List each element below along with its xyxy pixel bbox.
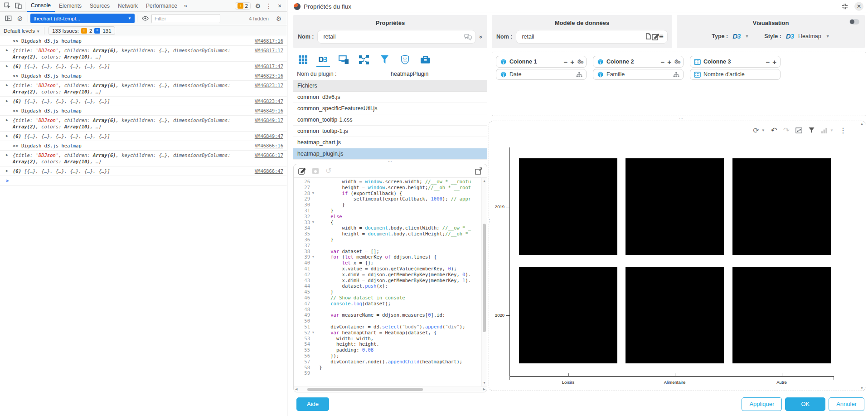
more-tabs-icon[interactable]: » xyxy=(181,2,190,9)
expand-triangle-icon[interactable]: ▶ xyxy=(6,168,8,174)
console-filter-input[interactable] xyxy=(151,14,220,23)
heatmap-cell-2020-Alimentaire[interactable] xyxy=(626,267,724,363)
expand-triangle-icon[interactable]: ▶ xyxy=(6,133,8,139)
expand-triangle-icon[interactable]: ▶ xyxy=(6,98,8,104)
close-window-icon[interactable]: ✕ xyxy=(854,2,863,11)
console-source-link[interactable]: VM46823:17 xyxy=(255,82,283,88)
copy-model-icon[interactable] xyxy=(645,33,652,40)
devtools-settings-icon[interactable]: ⚙ xyxy=(252,1,263,11)
inspect-element-icon[interactable] xyxy=(2,1,13,11)
tab-interactions-icon[interactable] xyxy=(357,54,371,67)
open-in-window-icon[interactable] xyxy=(475,167,482,175)
console-source-link[interactable]: VM46817:16 xyxy=(255,38,283,44)
heatmap-cell-2020-Autre[interactable] xyxy=(732,267,831,363)
console-source-link[interactable]: VM46817:47 xyxy=(255,63,283,69)
column-header[interactable]: Colonne 2−+⚙⚙ xyxy=(593,56,684,68)
console-source-link[interactable]: VM46866:17 xyxy=(255,152,283,158)
column-header[interactable]: Colonne 3−+ xyxy=(690,56,781,68)
model-name-input[interactable]: retail ≡ xyxy=(516,30,668,44)
console-source-link[interactable]: VM46849:17 xyxy=(255,117,283,123)
issues-badge[interactable]: ! 2 xyxy=(235,2,251,10)
javascript-context-selector[interactable]: thechart (d3-templ... ▼ xyxy=(30,14,135,23)
tab-css-icon[interactable]: {}css xyxy=(398,54,412,67)
console-source-link[interactable]: VM46849:16 xyxy=(255,108,283,114)
expand-triangle-icon[interactable]: ▶ xyxy=(6,63,8,69)
add-column-button[interactable]: + xyxy=(772,59,776,65)
expand-triangle-icon[interactable]: ▶ xyxy=(6,117,8,123)
devtools-tab-console[interactable]: Console xyxy=(27,0,55,12)
log-levels-dropdown[interactable]: Default levels ▼ xyxy=(4,28,40,34)
tab-display-icon[interactable] xyxy=(337,54,350,67)
console-source-link[interactable]: VM46849:47 xyxy=(255,133,283,139)
hierarchy-icon[interactable] xyxy=(673,72,679,78)
remove-column-button[interactable]: − xyxy=(661,59,665,65)
file-item[interactable]: heatmap_chart.js xyxy=(293,137,487,148)
visualisation-toggle[interactable] xyxy=(849,19,859,24)
expand-triangle-icon[interactable]: ▶ xyxy=(6,82,8,88)
file-item[interactable]: common_specificFeaturesUtil.js xyxy=(293,103,487,114)
flow-name-input[interactable]: retail xyxy=(317,30,475,44)
file-item[interactable]: common_d3v6.js xyxy=(293,92,487,103)
edit-model-icon[interactable] xyxy=(652,33,659,40)
devtools-tab-sources[interactable]: Sources xyxy=(86,0,114,12)
model-menu-icon[interactable]: ≡ xyxy=(659,32,664,41)
console-source-link[interactable]: VM46866:47 xyxy=(255,168,283,174)
add-column-button[interactable]: + xyxy=(667,59,671,65)
heatmap-cell-2019-Autre[interactable] xyxy=(732,158,831,255)
column-field[interactable]: Famille xyxy=(593,69,684,80)
clear-console-icon[interactable]: ⊘ xyxy=(15,14,25,24)
console-source-link[interactable]: VM46866:16 xyxy=(255,142,283,149)
help-button[interactable]: Aide xyxy=(296,397,329,411)
file-item[interactable]: common_tooltip-1.js xyxy=(293,126,487,137)
translate-icon[interactable] xyxy=(464,34,472,40)
heatmap-cell-2019-Alimentaire[interactable] xyxy=(626,158,724,255)
console-source-link[interactable]: VM46823:47 xyxy=(255,98,283,104)
tab-toolbox-icon[interactable] xyxy=(418,54,432,67)
ok-button[interactable]: OK xyxy=(785,397,825,411)
add-column-button[interactable]: + xyxy=(570,59,574,65)
column-field[interactable]: Nombre d'article xyxy=(690,69,781,80)
remove-column-button[interactable]: − xyxy=(564,59,568,65)
console-prompt[interactable]: > xyxy=(0,176,287,186)
device-toolbar-icon[interactable] xyxy=(13,1,24,11)
collapse-window-icon[interactable] xyxy=(842,3,848,10)
editor-horizontal-scrollbar[interactable]: ◀ ▶ xyxy=(294,387,487,392)
editor-source[interactable]: width = window.screen.width; //__ow * __… xyxy=(312,178,481,387)
edit-code-icon[interactable] xyxy=(298,167,305,175)
console-settings-icon[interactable]: ⚙ xyxy=(273,14,284,24)
file-item[interactable]: common_tooltip-1.css xyxy=(293,114,487,126)
hierarchy-icon[interactable] xyxy=(576,72,582,78)
d3-type-icon[interactable]: D3 xyxy=(732,32,740,40)
apply-button[interactable]: Appliquer xyxy=(742,397,782,411)
devtools-menu-icon[interactable]: ⋮ xyxy=(263,1,274,11)
devtools-tab-elements[interactable]: Elements xyxy=(55,0,86,12)
heatmap-cell-2020-Loisirs[interactable] xyxy=(519,267,617,363)
resize-handle[interactable]: ⋯ xyxy=(293,160,487,164)
eye-icon[interactable] xyxy=(140,14,150,24)
expand-triangle-icon[interactable]: ▶ xyxy=(6,152,8,158)
devtools-tab-network[interactable]: Network xyxy=(114,0,142,12)
preview-scrollbar[interactable]: ▲▼ xyxy=(860,122,864,390)
expand-triangle-icon[interactable]: ▶ xyxy=(6,47,8,54)
expand-more-icon[interactable]: » xyxy=(478,35,485,38)
column-settings-icon[interactable]: ⚙⚙ xyxy=(674,59,679,65)
console-source-link[interactable]: VM46817:17 xyxy=(255,47,283,54)
devtools-close-icon[interactable]: × xyxy=(274,1,285,11)
heatmap-cell-2019-Loisirs[interactable] xyxy=(519,158,617,255)
chevron-down-icon[interactable]: ▼ xyxy=(826,34,830,39)
resize-handle[interactable]: ⋯ xyxy=(679,117,684,121)
column-settings-icon[interactable]: ⚙⚙ xyxy=(577,59,582,65)
tab-data-grid-icon[interactable] xyxy=(296,54,310,67)
column-header[interactable]: Colonne 1−+⚙⚙ xyxy=(496,56,587,68)
chevron-down-icon[interactable]: ▼ xyxy=(745,34,749,39)
tab-d3-plugin-icon[interactable]: D3 xyxy=(316,54,330,67)
editor-vertical-scrollbar[interactable]: ▲ ▼ xyxy=(481,178,487,387)
console-source-link[interactable]: VM46823:16 xyxy=(255,73,283,79)
tab-filter-icon[interactable] xyxy=(378,54,391,67)
devtools-tab-performance[interactable]: Performance xyxy=(142,0,181,12)
cancel-button[interactable]: Annuler xyxy=(829,397,864,411)
console-sidebar-icon[interactable] xyxy=(3,14,14,24)
file-item[interactable]: heatmap_plugin.js xyxy=(293,148,487,160)
issues-counter[interactable]: 133 Issues: ! 2 ≡ 131 xyxy=(48,26,115,35)
remove-column-button[interactable]: − xyxy=(766,59,770,65)
